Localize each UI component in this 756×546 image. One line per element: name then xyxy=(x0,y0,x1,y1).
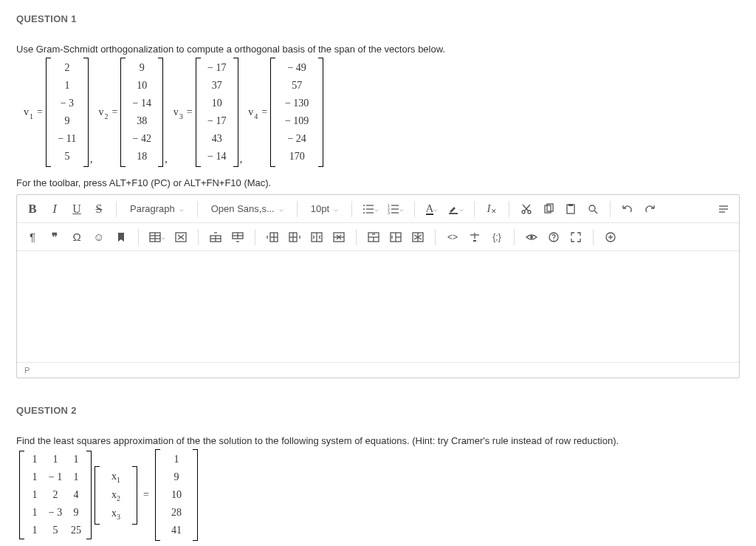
chevron-down-icon: ⌵ xyxy=(179,205,184,213)
find-button[interactable] xyxy=(583,199,602,219)
help-button[interactable] xyxy=(544,227,563,248)
vector-label-2: v2 xyxy=(94,106,109,118)
rich-text-editor: B I U S Paragraph ⌵ Open Sans,s... ⌵ 10p… xyxy=(16,194,740,378)
question-1-block: QUESTION 1 Use Gram-Schmidt orthogonaliz… xyxy=(0,0,756,392)
equals-sign: = xyxy=(137,489,155,501)
font-color-button[interactable]: A ⌵ xyxy=(422,199,441,219)
clear-formatting-button[interactable]: I✕ xyxy=(482,199,501,219)
cut-button[interactable] xyxy=(517,199,536,219)
code-view-button[interactable]: <> xyxy=(443,227,462,248)
svg-point-21 xyxy=(589,205,595,211)
chevron-down-icon: ⌵ xyxy=(161,233,165,241)
comma: , xyxy=(89,154,94,165)
question-2-equation: 111 1− 11 124 1− 39 1525 x1 x2 x3 = xyxy=(19,449,740,541)
vector-label-3: v3 xyxy=(169,106,184,118)
toolbar-hint: For the toolbar, press ALT+F10 (PC) or A… xyxy=(16,177,740,188)
paragraph-mark-button[interactable]: ¶ xyxy=(23,227,42,248)
bookmark-button[interactable] xyxy=(111,227,131,248)
question-2-header: QUESTION 2 xyxy=(16,405,740,416)
table-row-before-button[interactable] xyxy=(206,227,225,248)
question-1-prompt: Use Gram-Schmidt orthogonalization to co… xyxy=(16,44,740,55)
table-split-v-button[interactable] xyxy=(386,227,405,248)
table-delete-col-button[interactable] xyxy=(408,227,427,248)
svg-point-68 xyxy=(530,236,533,239)
toolbar-row-2: ¶ ❞ Ω ☺ ⌵ xyxy=(17,223,739,251)
vector-label-1: v1 xyxy=(19,106,34,118)
blockquote-button[interactable]: ❞ xyxy=(45,227,64,248)
nonbreaking-button[interactable] xyxy=(465,227,484,248)
chevron-down-icon: ⌵ xyxy=(399,205,404,213)
fullscreen-button[interactable] xyxy=(566,227,585,248)
editor-textarea[interactable] xyxy=(17,251,739,362)
numbered-list-button[interactable]: 123 ⌵ xyxy=(385,199,407,219)
delete-table-button[interactable] xyxy=(171,227,190,248)
vector-3: − 17 37 10 − 17 43 − 14 xyxy=(196,58,238,167)
font-family-label: Open Sans,s... xyxy=(211,203,275,214)
special-character-button[interactable]: Ω xyxy=(67,227,86,248)
svg-point-2 xyxy=(363,208,365,210)
vector-2: 9 10 − 14 38 − 42 18 xyxy=(120,58,163,167)
table-row-after-button[interactable] xyxy=(228,227,247,248)
equals-sign: = xyxy=(34,106,46,118)
question-2-prompt: Find the least squares approximation of … xyxy=(16,435,740,446)
vector-label-4: v4 xyxy=(244,106,258,118)
paragraph-label: Paragraph xyxy=(130,203,175,214)
chevron-down-icon: ⌵ xyxy=(374,205,379,213)
table-split-h-button[interactable] xyxy=(364,227,383,248)
redo-button[interactable] xyxy=(640,199,659,219)
vector-x: x1 x2 x3 xyxy=(94,466,137,525)
paragraph-select[interactable]: Paragraph ⌵ xyxy=(124,199,190,219)
code-sample-button[interactable]: {;} xyxy=(487,227,506,248)
table-col-before-button[interactable] xyxy=(263,227,282,248)
undo-button[interactable] xyxy=(618,199,637,219)
vector-1: 2 1 − 3 9 − 11 5 xyxy=(46,58,89,167)
more-button[interactable] xyxy=(714,199,733,219)
chevron-down-icon: ⌵ xyxy=(279,205,284,213)
chevron-down-icon: ⌵ xyxy=(459,205,464,213)
bullet-list-button[interactable]: ⌵ xyxy=(360,199,382,219)
font-size-label: 10pt xyxy=(311,203,329,214)
svg-point-4 xyxy=(363,212,365,214)
vector-b: 1 9 10 28 41 xyxy=(155,449,198,541)
strikethrough-button[interactable]: S xyxy=(89,199,109,219)
table-col-after-button[interactable] xyxy=(285,227,304,248)
copy-button[interactable] xyxy=(539,199,558,219)
toolbar-row-1: B I U S Paragraph ⌵ Open Sans,s... ⌵ 10p… xyxy=(17,195,739,223)
insert-table-button[interactable]: ⌵ xyxy=(146,227,168,248)
table-merge-button[interactable] xyxy=(307,227,326,248)
svg-rect-20 xyxy=(568,204,573,206)
question-2-block: QUESTION 2 Find the least squares approx… xyxy=(0,392,756,546)
svg-text:3: 3 xyxy=(388,211,390,215)
add-content-button[interactable] xyxy=(601,227,620,248)
question-1-vectors: v1 = 2 1 − 3 9 − 11 5 , v2 = xyxy=(19,58,740,167)
font-family-select[interactable]: Open Sans,s... ⌵ xyxy=(205,199,289,219)
table-delete-row-button[interactable] xyxy=(329,227,348,248)
editor-status-path: P xyxy=(17,362,739,378)
svg-rect-66 xyxy=(473,240,476,242)
underline-button[interactable]: U xyxy=(67,199,86,219)
svg-point-0 xyxy=(363,205,365,206)
chevron-down-icon: ⌵ xyxy=(334,205,338,213)
emoji-button[interactable]: ☺ xyxy=(89,227,109,248)
preview-button[interactable] xyxy=(522,227,541,248)
bold-button[interactable]: B xyxy=(23,199,42,219)
question-1-header: QUESTION 1 xyxy=(16,13,740,24)
matrix-A: 111 1− 11 124 1− 39 1525 xyxy=(19,451,92,539)
font-size-select[interactable]: 10pt ⌵ xyxy=(305,199,344,219)
svg-point-70 xyxy=(553,239,554,240)
chevron-down-icon: ⌵ xyxy=(433,205,438,213)
vector-4: − 49 57 − 130 − 109 − 24 170 xyxy=(270,58,323,167)
highlight-color-button[interactable]: ⌵ xyxy=(444,199,467,219)
paste-button[interactable] xyxy=(561,199,580,219)
italic-button[interactable]: I xyxy=(45,199,64,219)
svg-line-22 xyxy=(594,211,597,214)
